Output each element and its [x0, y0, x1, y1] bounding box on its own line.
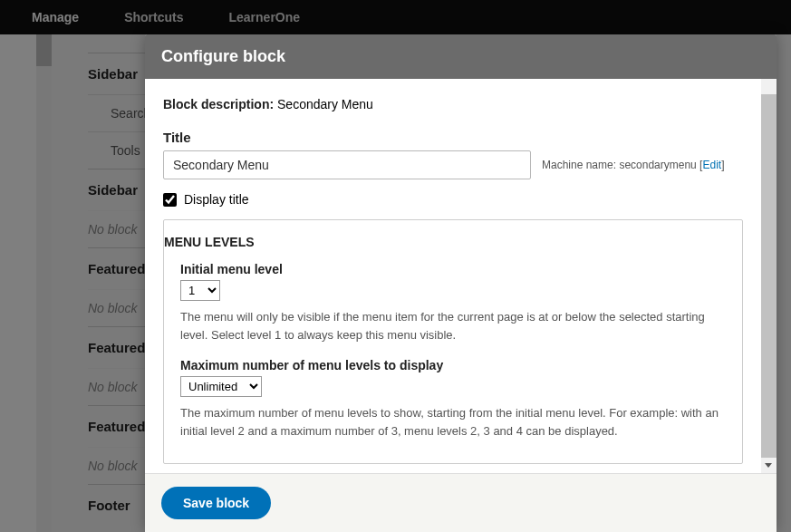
display-title-label: Display title: [184, 192, 249, 207]
max-levels-help: The maximum number of menu levels to sho…: [180, 404, 726, 440]
scroll-down-icon[interactable]: [765, 463, 772, 468]
block-description-row: Block description: Secondary Menu: [163, 97, 743, 111]
machine-name-value: secondarymenu: [619, 159, 696, 171]
initial-level-select[interactable]: 1: [180, 280, 220, 301]
block-description-label: Block description: [163, 97, 269, 111]
save-block-button[interactable]: Save block: [161, 487, 271, 519]
display-title-checkbox[interactable]: [163, 193, 177, 207]
max-levels-label: Maximum number of menu levels to display: [180, 358, 726, 372]
configure-block-dialog: Configure block Block description: Secon…: [145, 34, 777, 532]
dialog-body: Block description: Secondary Menu Title …: [145, 79, 761, 473]
title-input[interactable]: [163, 150, 531, 179]
dialog-title: Configure block: [145, 34, 777, 79]
max-levels-select[interactable]: Unlimited: [180, 376, 262, 397]
menu-levels-legend: MENU LEVELS: [164, 235, 742, 249]
machine-name-label: Machine name:: [542, 159, 616, 171]
menu-levels-fieldset: MENU LEVELS Initial menu level 1 The men…: [163, 219, 743, 464]
dialog-scrollbar[interactable]: [761, 79, 777, 473]
dialog-footer: Save block: [145, 473, 777, 532]
title-field-label: Title: [163, 130, 743, 145]
machine-name-edit-link[interactable]: Edit: [702, 159, 721, 171]
initial-level-help: The menu will only be visible if the men…: [180, 308, 726, 343]
block-description-value: Secondary Menu: [277, 97, 373, 111]
machine-name-row: Machine name: secondarymenu [Edit]: [542, 159, 724, 171]
scroll-up-icon[interactable]: [765, 84, 772, 89]
scrollbar-thumb[interactable]: [761, 94, 777, 458]
initial-level-label: Initial menu level: [180, 262, 726, 276]
